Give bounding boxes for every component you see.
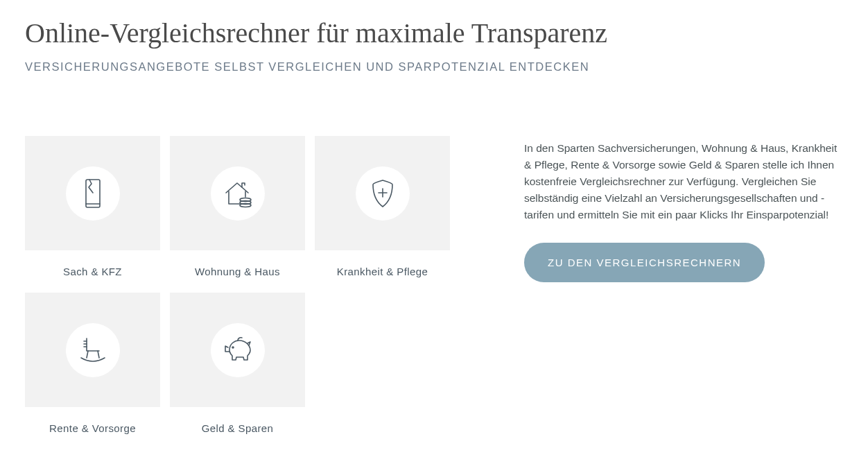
- category-grid: Sach & KFZ: [25, 136, 469, 434]
- category-tile: [315, 136, 450, 250]
- side-description: In den Sparten Sachversicherungen, Wohnu…: [524, 140, 843, 223]
- shield-plus-icon: [356, 166, 410, 221]
- house-coins-icon: [211, 166, 265, 221]
- cta-button-vergleichsrechner[interactable]: ZU DEN VERGLEICHSRECHNERN: [524, 243, 765, 282]
- category-label: Rente & Vorsorge: [49, 422, 136, 434]
- page-title: Online-Vergleichsrechner für maximale Tr…: [25, 17, 843, 49]
- category-tile: [25, 136, 160, 250]
- svg-point-4: [240, 203, 251, 207]
- piggy-bank-icon: [211, 323, 265, 377]
- category-card-wohnung-haus[interactable]: Wohnung & Haus: [170, 136, 305, 277]
- category-label: Krankheit & Pflege: [337, 266, 428, 277]
- svg-rect-0: [86, 180, 100, 207]
- category-card-sach-kfz[interactable]: Sach & KFZ: [25, 136, 160, 277]
- category-tile: [170, 136, 305, 250]
- category-label: Wohnung & Haus: [195, 266, 280, 277]
- category-label: Geld & Sparen: [202, 422, 274, 434]
- rocking-chair-icon: [66, 323, 120, 377]
- broken-phone-icon: [66, 166, 120, 221]
- page-subtitle: VERSICHERUNGSANGEBOTE SELBST VERGLEICHEN…: [25, 60, 843, 74]
- category-label: Sach & KFZ: [63, 266, 122, 277]
- svg-point-7: [232, 347, 234, 348]
- category-card-geld-sparen[interactable]: Geld & Sparen: [170, 293, 305, 434]
- category-tile: [170, 293, 305, 407]
- category-tile: [25, 293, 160, 407]
- category-card-rente-vorsorge[interactable]: Rente & Vorsorge: [25, 293, 160, 434]
- category-card-krankheit-pflege[interactable]: Krankheit & Pflege: [315, 136, 450, 277]
